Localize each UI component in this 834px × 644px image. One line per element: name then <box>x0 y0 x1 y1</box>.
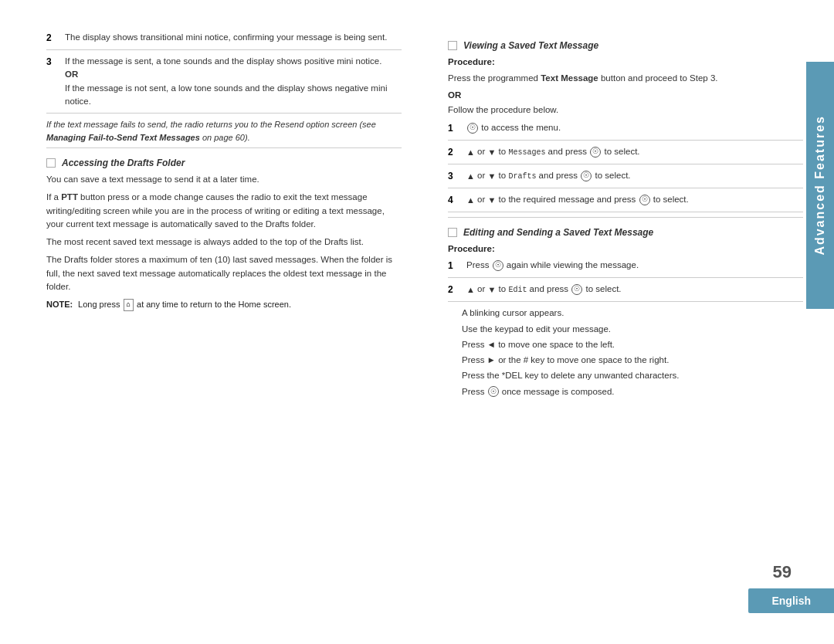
step-3-or1: OR <box>65 69 78 79</box>
edit-step-2-text: ▲ or ▼ to Edit and press ☉ to select. <box>466 283 803 297</box>
view-step-3-text: ▲ or ▼ to Drafts and press ☉ to select. <box>466 169 803 183</box>
edit-section-header: Editing and Sending a Saved Text Message <box>448 225 803 239</box>
ok-circle-icon-2: ☉ <box>590 147 601 158</box>
bullet-3: Press ◄ to move one space to the left. <box>462 338 803 351</box>
step-3-text-neg: If the message is not sent, a low tone s… <box>65 83 387 106</box>
edit-procedure-label: Procedure: <box>448 242 803 256</box>
drafts-para2: If a PTT button press or a mode change c… <box>46 191 402 231</box>
drafts-section-title: Accessing the Drafts Folder <box>62 156 185 170</box>
edit-section-title: Editing and Sending a Saved Text Message <box>463 225 653 239</box>
edit-step-2: 2 ▲ or ▼ to Edit and press ☉ to select. <box>448 283 803 302</box>
view-procedure-label: Procedure: <box>448 56 803 69</box>
view-section-header: Viewing a Saved Text Message <box>448 39 803 53</box>
ok-circle-icon-4: ☉ <box>639 195 650 205</box>
step-3-item: 3 If the message is sent, a tone sounds … <box>46 55 402 114</box>
left-column: 2 The display shows transitional mini no… <box>0 23 425 644</box>
ok-circle-icon-1: ☉ <box>467 123 478 134</box>
view-or-label: OR <box>448 89 803 102</box>
edit-step-2-num: 2 <box>448 283 462 297</box>
view-step1-text: Press the programmed Text Message button… <box>448 72 803 85</box>
step-2-text: The display shows transitional mini noti… <box>65 31 402 45</box>
drafts-para1: You can save a text message to send it a… <box>46 173 402 186</box>
drafts-para3: The most recent saved text message is al… <box>46 236 402 249</box>
vertical-label-text: Advanced Features <box>813 115 827 256</box>
view-step-2-text: ▲ or ▼ to Messages and press ☉ to select… <box>466 145 803 159</box>
down-arrow-icon-2: ▼ <box>488 146 497 159</box>
home-icon: ⌂ <box>124 299 134 311</box>
drafts-section-icon <box>46 158 56 168</box>
edit-bullets: A blinking cursor appears. Use the keypa… <box>448 307 803 398</box>
view-step-1-text: ☉ to access the menu. <box>466 121 803 135</box>
step-3-text: If the message is sent, a tone sounds an… <box>65 55 402 108</box>
right-column: Viewing a Saved Text Message Procedure: … <box>425 23 834 644</box>
edit-step-1: 1 Press ☉ again while viewing the messag… <box>448 259 803 278</box>
page: Advanced Features 2 The display shows tr… <box>0 0 834 644</box>
drafts-section-header: Accessing the Drafts Folder <box>46 156 402 170</box>
vertical-features-label: Advanced Features <box>806 62 834 309</box>
view-follow-text: Follow the procedure below. <box>448 103 803 117</box>
up-arrow-icon-3: ▲ <box>466 170 475 183</box>
bullet-2: Use the keypad to edit your message. <box>462 323 803 336</box>
view-step-4: 4 ▲ or ▼ to the required message and pre… <box>448 193 803 212</box>
italic-note-text: If the text message fails to send, the r… <box>46 120 376 142</box>
edit-section-icon <box>448 228 457 237</box>
view-step-4-num: 4 <box>448 193 462 207</box>
view-step-1: 1 ☉ to access the menu. <box>448 121 803 141</box>
english-badge: English <box>748 588 834 613</box>
up-arrow-icon-4: ▲ <box>466 194 475 207</box>
note-label: NOTE: <box>46 298 76 311</box>
view-step-3: 3 ▲ or ▼ to Drafts and press ☉ to select… <box>448 169 803 188</box>
view-section-icon <box>448 41 457 50</box>
view-step-2-num: 2 <box>448 145 462 159</box>
step-3-num: 3 <box>46 55 60 108</box>
edit-step-1-text: Press ☉ again while viewing the message. <box>466 259 803 273</box>
down-arrow-icon-4: ▼ <box>488 194 497 207</box>
drafts-para4: The Drafts folder stores a maximum of te… <box>46 253 402 293</box>
up-arrow-icon-2: ▲ <box>466 146 475 159</box>
bullet-4: Press ► or the # key to move one space t… <box>462 354 803 367</box>
view-step-3-num: 3 <box>448 169 462 183</box>
edit-step-1-num: 1 <box>448 259 462 273</box>
ok-circle-icon-e1: ☉ <box>493 260 503 271</box>
ok-circle-icon-e3: ☉ <box>488 386 499 397</box>
bullet-6: Press ☉ once message is composed. <box>462 385 803 398</box>
step-3-text-start: If the message is sent, a tone sounds an… <box>65 56 381 66</box>
ok-circle-icon-e2: ☉ <box>571 284 582 295</box>
step-2-item: 2 The display shows transitional mini no… <box>46 31 402 50</box>
content-area: 2 The display shows transitional mini no… <box>0 0 834 644</box>
divider-2 <box>448 217 803 218</box>
step-2-num: 2 <box>46 31 60 45</box>
view-step-2: 2 ▲ or ▼ to Messages and press ☉ to sele… <box>448 145 803 164</box>
down-arrow-icon-3: ▼ <box>488 170 497 183</box>
note-line: NOTE: Long press ⌂ at any time to return… <box>46 298 402 311</box>
down-arrow-icon-e2: ▼ <box>488 283 497 297</box>
ok-circle-icon-3: ☉ <box>581 171 592 181</box>
bullet-5: Press the *DEL key to delete any unwante… <box>462 369 803 382</box>
view-step-1-num: 1 <box>448 121 462 135</box>
note-text: Long press ⌂ at any time to return to th… <box>76 298 291 311</box>
up-arrow-icon-e2: ▲ <box>466 283 475 297</box>
view-section-title: Viewing a Saved Text Message <box>463 39 598 53</box>
view-step-4-text: ▲ or ▼ to the required message and press… <box>466 193 803 207</box>
italic-note-block: If the text message fails to send, the r… <box>46 118 402 144</box>
divider-1 <box>46 147 402 148</box>
bullet-1: A blinking cursor appears. <box>462 307 803 320</box>
page-number: 59 <box>773 562 792 582</box>
